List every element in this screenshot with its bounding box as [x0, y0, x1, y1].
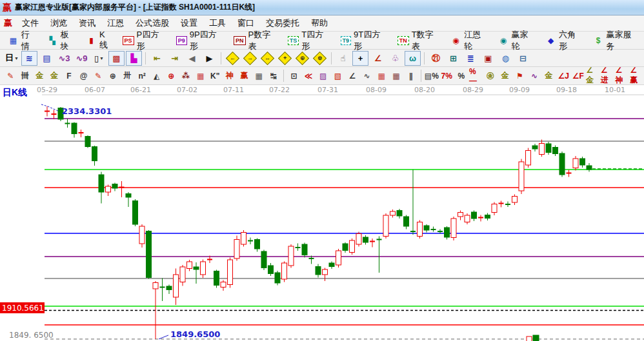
candle-body[interactable]	[72, 123, 77, 134]
gold-level-line-button[interactable]: 金	[498, 68, 512, 83]
fibonacci-button[interactable]: F	[62, 68, 77, 83]
candle-body[interactable]	[472, 212, 477, 219]
angle-f-button[interactable]: ∠F	[571, 68, 586, 83]
candle-body[interactable]	[356, 234, 361, 245]
hand-tool-button[interactable]: ☝	[335, 51, 351, 66]
candle-body[interactable]	[546, 144, 551, 153]
percent-button[interactable]: %	[454, 68, 468, 83]
angle-j-button[interactable]: ∠J	[556, 68, 571, 83]
candle-body[interactable]	[268, 266, 274, 274]
winner-wheel-button[interactable]: ◉赢家轮	[494, 27, 541, 54]
candle-body[interactable]	[512, 197, 518, 203]
info-doc-button[interactable]: ▤	[39, 51, 55, 66]
candle-body[interactable]	[573, 159, 578, 168]
percent-line-button[interactable]: %—	[468, 68, 483, 83]
candle-body[interactable]	[363, 237, 368, 242]
wave-9-button[interactable]: ∿9	[74, 51, 90, 66]
ruler-marks-2-button[interactable]: 卅	[120, 68, 135, 83]
candle-body[interactable]	[465, 215, 470, 222]
candle-body[interactable]	[133, 201, 138, 225]
candle-style-button[interactable]: ▯▼	[91, 51, 107, 66]
title-bar[interactable]: 赢 赢家江恩专业版[赢家内部服务平台] - [上证指数 SH1A0001-111…	[0, 0, 644, 15]
h-measure-button[interactable]: ↹	[267, 68, 281, 83]
trend-lines-button[interactable]: ≋	[21, 51, 37, 66]
grid-123-button[interactable]: ▦	[252, 68, 267, 83]
winner-service-button[interactable]: $赢家服务	[589, 27, 644, 54]
zoom-fit-button[interactable]: +	[277, 51, 293, 66]
expand-horizontal-button[interactable]: ↔	[259, 51, 276, 66]
candle-body[interactable]	[316, 267, 321, 275]
candle-body[interactable]	[261, 251, 267, 268]
candle-body[interactable]	[329, 263, 334, 267]
ruler-marks-button[interactable]: 卌	[18, 68, 33, 83]
square-numbers-button[interactable]: n²	[135, 68, 150, 83]
fan-lines-button[interactable]: ≪	[301, 68, 316, 83]
gold-angle-button[interactable]: 金	[541, 68, 556, 83]
skip-first-button[interactable]: ⇤	[149, 51, 165, 66]
candle-body[interactable]	[336, 251, 341, 265]
fan-box-red-button[interactable]: ▧	[330, 68, 345, 83]
quotes-button[interactable]: ▦行情	[3, 27, 43, 54]
angle-win-button[interactable]: ∠赢	[629, 68, 644, 83]
k-mark-button[interactable]: K"	[208, 68, 223, 83]
angle-shen-button[interactable]: ∠神	[615, 68, 630, 83]
candle-body[interactable]	[526, 151, 531, 166]
zigzag-wave-button[interactable]: ∿	[359, 68, 374, 83]
candle-body[interactable]	[201, 262, 206, 275]
triangle-tool-button[interactable]: ◭	[149, 68, 164, 83]
hexagon-button[interactable]: ◆六角形	[541, 27, 589, 54]
candle-body[interactable]	[418, 222, 423, 237]
step-back-button[interactable]: ◀	[184, 51, 200, 66]
candle-body[interactable]	[234, 240, 239, 259]
candle-body[interactable]	[323, 269, 328, 275]
candle-body[interactable]	[106, 186, 111, 192]
candle-body[interactable]	[519, 162, 524, 191]
notes-button[interactable]: ≣	[463, 51, 479, 66]
seven-percent-button[interactable]: 7%	[439, 68, 454, 83]
gold-section-1-button[interactable]: 金	[32, 68, 47, 83]
calendar-button[interactable]: ㉑	[428, 51, 444, 66]
candle-body[interactable]	[445, 228, 450, 237]
candle-body[interactable]	[92, 147, 97, 161]
angle-jin-button[interactable]: ∠进	[600, 68, 615, 83]
draw-pen-ruler-button[interactable]: ✎	[91, 68, 106, 83]
candle-body[interactable]	[275, 273, 280, 283]
candle-body[interactable]	[126, 194, 131, 198]
p-number-table-button[interactable]: PNP数字表	[229, 27, 283, 54]
candle-body[interactable]	[282, 263, 287, 279]
sectors-button[interactable]: ▚板块	[43, 27, 82, 54]
distribution-histogram-button[interactable]: ▙	[126, 51, 142, 66]
t-square-button[interactable]: TST四方形	[283, 27, 336, 54]
candle-body[interactable]	[288, 246, 294, 266]
kline-button[interactable]: ▮K线	[81, 28, 117, 53]
candle-body[interactable]	[228, 260, 233, 285]
shen-tool-button[interactable]: 神	[223, 68, 237, 83]
wave-a-button[interactable]: ∿	[527, 68, 542, 83]
candle-body[interactable]	[146, 231, 152, 278]
candle-body[interactable]	[174, 275, 179, 297]
candle-body[interactable]	[485, 215, 490, 219]
9p-square-button[interactable]: P99P四方形	[172, 27, 229, 54]
candle-body[interactable]	[180, 267, 185, 282]
price-grid-button[interactable]: ▦	[374, 68, 389, 83]
9t-square-button[interactable]: T99T四方形	[336, 27, 393, 54]
candle-body[interactable]	[350, 240, 355, 253]
candle-body[interactable]	[221, 282, 226, 287]
gann-circle-button[interactable]: ⊕	[164, 68, 179, 83]
skip-last-button[interactable]: ⇥	[166, 51, 183, 66]
candle-body[interactable]	[458, 213, 463, 217]
box-measure-button[interactable]: ⊡	[287, 68, 301, 83]
t-number-table-button[interactable]: TNT数字表	[393, 27, 446, 54]
angle-lines-button[interactable]: ∠	[345, 68, 360, 83]
candle-body[interactable]	[404, 217, 409, 226]
flag-marker-button[interactable]: ⚑	[512, 68, 527, 83]
pan-right-button[interactable]: →	[242, 51, 258, 66]
candle-body[interactable]	[194, 267, 199, 269]
p-square-button[interactable]: PSP四方形	[118, 27, 172, 54]
candle-body[interactable]	[241, 233, 247, 245]
zoom-in-button[interactable]: ⊕	[294, 51, 310, 66]
candle-body[interactable]	[451, 219, 456, 238]
candle-body[interactable]	[214, 271, 219, 286]
gann-wheel-button[interactable]: ◉江恩轮	[446, 27, 494, 54]
network-button[interactable]: ◍	[498, 51, 514, 66]
